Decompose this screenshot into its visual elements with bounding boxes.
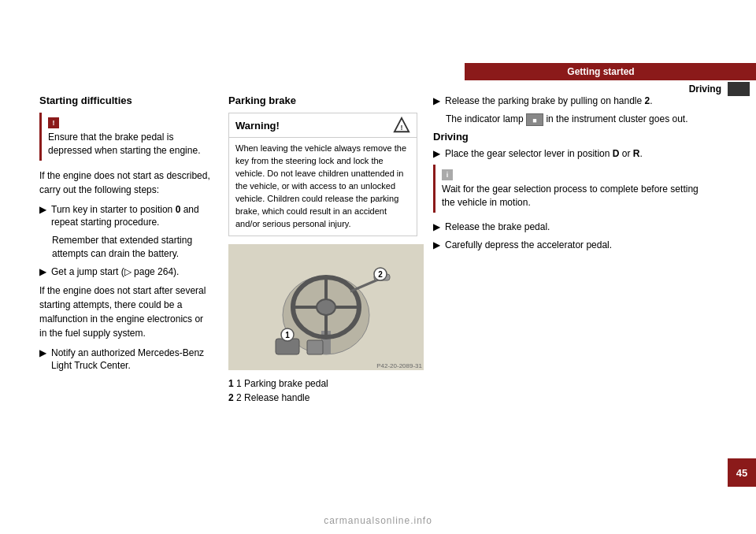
watermark: carmanualsonline.info [324,515,432,526]
svg-point-8 [317,299,335,315]
bullet-text-2: Get a jump start (▷ page 264). [51,265,213,279]
svg-text:P42-20-2089-31: P42-20-2089-31 [376,362,422,369]
header: Getting started Driving [465,63,756,96]
middle-section-title: Parking brake [228,95,417,106]
right-arrow-4: ▶ [433,239,440,252]
right-bullet-1: ▶ Release the parking brake by pulling o… [433,95,717,108]
driving-subsection-title: Driving [433,131,717,143]
body-text-2: If the engine does not start after sever… [39,284,213,340]
body-text-1: If the engine does not start as describe… [39,169,213,197]
right-bullet-3: ▶ Release the brake pedal. [433,221,717,234]
middle-column: Parking brake Warning! ! When leaving th… [228,95,433,471]
right-arrow-3: ▶ [433,221,440,234]
info-text-left: Ensure that the brake pedal is depressed… [48,131,206,158]
bullet-item-1: ▶ Turn key in starter to position 0 and … [39,203,213,230]
right-text-1: Release the parking brake by pulling on … [445,95,717,108]
bullet-text-1: Turn key in starter to position 0 and re… [51,203,213,230]
indent-text-1: Remember that extended starting attempts… [52,234,213,261]
info-text-right: Wait for the gear selection process to c… [442,183,710,210]
bullet-arrow-1: ▶ [39,203,46,217]
svg-text:!: ! [400,124,402,132]
svg-text:2: 2 [378,270,383,279]
right-text-4: Carefully depress the accelerator pedal. [445,239,717,252]
info-icon-right: i [442,169,453,180]
driving-block [728,82,750,96]
bullet-arrow-2: ▶ [39,265,46,279]
bullet-item-3: ▶ Notify an authorized Mercedes-Benz Lig… [39,347,213,373]
bullet-item-2: ▶ Get a jump start (▷ page 264). [39,265,213,279]
caption-2: 2 2 Release handle [228,391,417,405]
getting-started-label: Getting started [465,63,756,80]
warning-box: Warning! ! When leaving the vehicle alwa… [228,113,417,236]
right-arrow-1: ▶ [433,95,440,108]
info-box-left: ! Ensure that the brake pedal is depress… [39,113,213,161]
bullet-text-3: Notify an authorized Mercedes-Benz Light… [51,347,213,373]
car-image: 1 2 P42-20-2089-31 [228,244,424,370]
right-bullet-2: ▶ Place the gear selector lever in posit… [433,147,717,161]
page-number: 45 [728,458,756,487]
right-column: ▶ Release the parking brake by pulling o… [433,95,717,471]
right-bullet-4: ▶ Carefully depress the accelerator peda… [433,239,717,252]
warning-body-text: When leaving the vehicle always remove t… [229,138,417,235]
warning-triangle-icon: ! [393,117,410,134]
right-text-2: Place the gear selector lever in positio… [445,147,717,161]
bullet-arrow-3: ▶ [39,347,46,360]
warning-header: Warning! ! [229,113,417,138]
svg-rect-10 [307,340,323,354]
car-illustration: 1 2 P42-20-2089-31 [228,244,424,370]
indicator-lamp-icon: ■ [526,113,543,126]
info-box-right: i Wait for the gear selection process to… [433,165,717,213]
left-section-title: Starting difficulties [39,95,213,106]
right-arrow-2: ▶ [433,147,440,161]
svg-text:1: 1 [285,331,290,339]
right-text-3: Release the brake pedal. [445,221,717,234]
main-content: Starting difficulties ! Ensure that the … [39,95,717,471]
info-icon-left: ! [48,117,59,128]
driving-label: Driving [689,83,721,95]
caption-1: 1 1 Parking brake pedal [228,376,417,391]
left-column: Starting difficulties ! Ensure that the … [39,95,228,471]
warning-label: Warning! [235,120,280,132]
right-indent-1: The indicator lamp ■ in the instrument c… [446,113,717,126]
